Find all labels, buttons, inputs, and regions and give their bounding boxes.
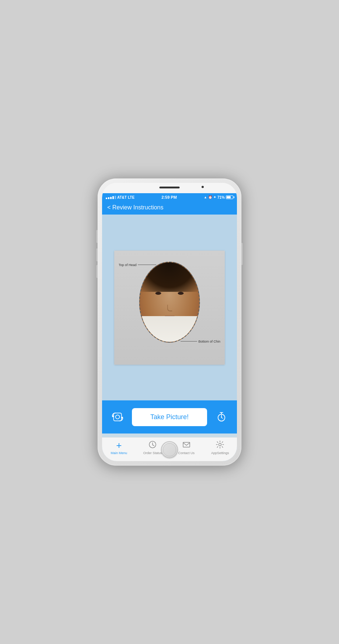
- tab-main-menu[interactable]: + Main Menu: [102, 440, 136, 455]
- signal-strength: [106, 196, 116, 199]
- clock-icon: [148, 440, 157, 450]
- bluetooth-icon: ✦: [213, 195, 216, 199]
- home-button-ring: [163, 443, 176, 456]
- clothing: [140, 316, 199, 342]
- tab-main-menu-label: Main Menu: [111, 451, 127, 455]
- navigation-bar: < Review Instructions: [102, 201, 237, 215]
- tab-app-settings-label: AppSettings: [211, 451, 229, 455]
- mail-icon: [182, 440, 191, 450]
- carrier-label: AT&T: [117, 195, 127, 199]
- phone-top-notch: [102, 183, 237, 193]
- top-annotation-label: Top of Head: [119, 263, 137, 267]
- battery-icon: [226, 195, 233, 199]
- network-label: LTE: [128, 195, 134, 199]
- phone-screen: AT&T LTE 2:59 PM ▲ ⏰ ✦ 71% < Review Inst…: [102, 183, 237, 461]
- svg-rect-7: [183, 442, 190, 447]
- face-oval: [139, 262, 200, 343]
- home-button[interactable]: [161, 441, 178, 458]
- bottom-annotation-line: [181, 341, 197, 342]
- main-content: Top of Head Bottom of Chin: [102, 215, 237, 461]
- camera-flip-button[interactable]: [109, 409, 126, 425]
- battery-fill: [227, 196, 231, 198]
- top-of-head-annotation: Top of Head: [119, 263, 156, 267]
- separator: [102, 434, 237, 437]
- alarm-icon: ⏰: [208, 195, 212, 199]
- status-bar: AT&T LTE 2:59 PM ▲ ⏰ ✦ 71%: [102, 193, 237, 201]
- speaker-bar: [160, 187, 180, 188]
- timer-button[interactable]: [213, 409, 230, 425]
- status-right: ▲ ⏰ ✦ 71%: [204, 195, 233, 199]
- svg-point-0: [116, 415, 120, 419]
- back-button[interactable]: < Review Instructions: [107, 204, 164, 211]
- camera-action-bar: Take Picture!: [102, 400, 237, 434]
- tab-contact-us-label: Contact Us: [178, 451, 195, 455]
- bottom-of-chin-annotation: Bottom of Chin: [181, 340, 220, 343]
- top-annotation-line: [138, 265, 156, 265]
- status-left: AT&T LTE: [106, 195, 134, 199]
- front-camera: [202, 186, 204, 188]
- gear-icon: [216, 440, 224, 450]
- time-display: 2:59 PM: [161, 195, 177, 199]
- phone-device: AT&T LTE 2:59 PM ▲ ⏰ ✦ 71% < Review Inst…: [98, 178, 241, 466]
- take-picture-button[interactable]: Take Picture!: [132, 408, 207, 426]
- tab-order-status-label: Order Status: [143, 451, 162, 455]
- location-icon: ▲: [204, 195, 207, 199]
- battery-percent: 71%: [217, 195, 225, 199]
- tab-app-settings[interactable]: AppSettings: [203, 440, 237, 455]
- face-oval-wrapper: [139, 262, 200, 343]
- bottom-annotation-label: Bottom of Chin: [198, 340, 220, 343]
- plus-icon: +: [116, 440, 122, 450]
- hair-top: [140, 262, 199, 292]
- svg-point-8: [219, 443, 221, 446]
- photo-frame: Top of Head Bottom of Chin: [114, 251, 225, 365]
- photo-area: Top of Head Bottom of Chin: [102, 215, 237, 400]
